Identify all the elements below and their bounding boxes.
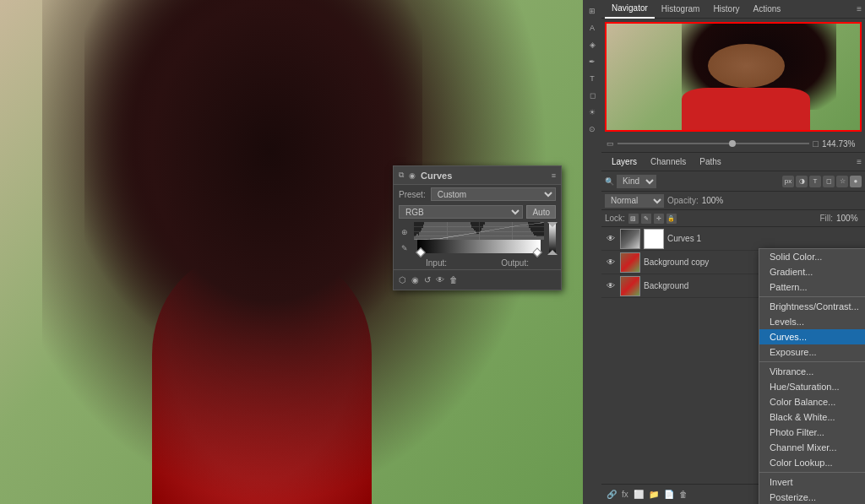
lock-transparent[interactable]: ▨ [628, 214, 639, 224]
tab-layers[interactable]: Layers [605, 153, 644, 171]
menu-item-6[interactable]: Exposure... [759, 344, 865, 360]
tool-pen[interactable]: ✒ [585, 54, 600, 69]
gradient-bottom-handle[interactable] [547, 250, 558, 255]
tool-text2[interactable]: T [585, 71, 600, 86]
lock-label: Lock: [605, 214, 625, 223]
filter-toggle[interactable]: ● [850, 176, 862, 187]
context-menu: Solid Color...Gradient...Pattern...Brigh… [759, 248, 865, 504]
layer-delete-icon[interactable]: 🗑 [679, 490, 688, 499]
menu-item-5[interactable]: Curves... [759, 329, 865, 344]
layer-eye-curves[interactable]: 👁 [605, 233, 617, 245]
menu-item-0[interactable]: Solid Color... [759, 249, 865, 264]
menu-separator-13 [759, 472, 865, 473]
gradient-handle-left[interactable] [416, 247, 425, 257]
layer-eye-bg[interactable]: 👁 [605, 280, 617, 292]
layers-mode-bar: Normal Opacity: 100% [601, 192, 865, 210]
layer-link-icon[interactable]: 🔗 [607, 490, 617, 499]
tab-history[interactable]: History [706, 0, 746, 19]
channel-select[interactable]: RGB [399, 205, 523, 219]
gradient-handle-right[interactable] [532, 247, 541, 257]
menu-item-3[interactable]: Brightness/Contrast... [759, 299, 865, 314]
curves-graph[interactable] [414, 222, 544, 240]
auto-button[interactable]: Auto [526, 205, 556, 219]
filter-pixel[interactable]: px [782, 176, 794, 187]
layer-filter-icons: px ◑ T ◻ ☆ ● [782, 176, 862, 187]
menu-item-7[interactable]: Vibrance... [759, 364, 865, 379]
lock-all[interactable]: 🔒 [666, 214, 677, 224]
layer-fx-badge[interactable]: fx [622, 490, 628, 499]
filter-adj[interactable]: ◑ [796, 176, 808, 187]
properties-icons: ≡ [552, 171, 556, 180]
tab-actions[interactable]: Actions [747, 0, 788, 19]
props-panel-icon: ⧉ [399, 171, 404, 180]
menu-item-9[interactable]: Color Balance... [759, 394, 865, 409]
tool-mask2[interactable]: ⊙ [585, 122, 600, 137]
zoom-slider[interactable] [617, 143, 809, 144]
lock-position[interactable]: ✛ [654, 214, 664, 224]
right-gradient-bar [549, 222, 556, 255]
tab-channels[interactable]: Channels [644, 153, 693, 171]
menu-item-12[interactable]: Channel Mixer... [759, 440, 865, 455]
layer-item-curves[interactable]: 👁 Curves 1 [601, 227, 865, 251]
filter-type[interactable]: T [809, 176, 821, 187]
properties-title: Curves [421, 171, 452, 181]
filter-smart[interactable]: ☆ [836, 176, 848, 187]
tool-type[interactable]: A [585, 20, 600, 35]
props-eye-icon: ◉ [409, 171, 416, 180]
nav-shirt [682, 88, 810, 132]
menu-item-11[interactable]: Photo Filter... [759, 425, 865, 440]
zoom-out-icon[interactable]: ▭ [607, 139, 614, 148]
tab-paths[interactable]: Paths [693, 153, 728, 171]
tool-3d[interactable]: ◈ [585, 37, 600, 52]
preset-select[interactable]: Custom [431, 187, 556, 201]
zoom-in-icon[interactable]: □ [813, 138, 819, 149]
menu-item-1[interactable]: Gradient... [759, 264, 865, 279]
menu-item-13[interactable]: Color Lookup... [759, 455, 865, 470]
menu-separator-2 [759, 296, 865, 297]
layer-kind-select[interactable]: Kind [617, 175, 656, 188]
blend-mode-select[interactable]: Normal [605, 194, 664, 208]
navigator-panel-menu[interactable]: ≡ [857, 4, 862, 14]
opacity-value[interactable]: 100% [702, 196, 727, 205]
menu-item-10[interactable]: Black & White... [759, 409, 865, 425]
left-toolbar: ⊞ A ◈ ✒ T ◻ ☀ ⊙ [583, 0, 601, 504]
properties-panel: ⧉ ◉ Curves ≡ Preset: Custom RGB Auto ⊕ ✎ [393, 165, 562, 290]
menu-item-15[interactable]: Posterize... [759, 490, 865, 504]
layers-panel-menu[interactable]: ≡ [857, 157, 862, 166]
navigator-panel: Navigator Histogram History Actions ≡ ▭ … [601, 0, 865, 153]
curves-point-tool[interactable]: ⊕ [398, 225, 411, 239]
properties-preset-row: Preset: Custom [394, 185, 561, 203]
layers-lock-bar: Lock: ▨ ✎ ✛ 🔒 Fill: 100% [601, 210, 865, 227]
menu-item-14[interactable]: Invert [759, 474, 865, 490]
tab-histogram[interactable]: Histogram [655, 0, 707, 19]
props-eye-toggle[interactable]: ◉ [411, 275, 419, 285]
layer-thumb-bg [620, 276, 640, 296]
curves-pencil-tool[interactable]: ✎ [398, 241, 411, 255]
layer-mask-icon[interactable]: ⬜ [634, 490, 644, 499]
filter-shape[interactable]: ◻ [823, 176, 835, 187]
menu-item-2[interactable]: Pattern... [759, 279, 865, 295]
menu-item-4[interactable]: Levels... [759, 314, 865, 329]
layer-group-icon[interactable]: 📁 [649, 490, 659, 499]
props-delete-icon[interactable]: 🗑 [449, 275, 458, 285]
layer-name-curves: Curves 1 [667, 234, 862, 243]
props-menu-icon[interactable]: ≡ [552, 171, 556, 180]
menu-separator-6 [759, 361, 865, 362]
navigator-tabs: Navigator Histogram History Actions ≡ [601, 0, 865, 19]
layer-eye-bg-copy[interactable]: 👁 [605, 257, 617, 268]
fill-value[interactable]: 100% [836, 214, 862, 223]
props-clip-icon[interactable]: ⬡ [399, 275, 406, 285]
gradient-top-handle[interactable] [547, 222, 558, 227]
menu-item-8[interactable]: Hue/Saturation... [759, 379, 865, 394]
props-reset-icon[interactable]: ↺ [424, 275, 431, 285]
tool-navigate[interactable]: ⊞ [585, 3, 600, 19]
layer-new-icon[interactable]: 📄 [664, 490, 674, 499]
tab-navigator[interactable]: Navigator [605, 0, 655, 19]
layer-thumb-bg-copy [620, 252, 640, 273]
lock-pixels[interactable]: ✎ [641, 214, 651, 224]
tool-hand[interactable]: ☀ [585, 105, 600, 120]
tool-shape[interactable]: ◻ [585, 88, 600, 103]
props-visibility-icon[interactable]: 👁 [436, 275, 444, 285]
fill-label: Fill: [819, 214, 833, 223]
preset-label: Preset: [399, 190, 426, 199]
